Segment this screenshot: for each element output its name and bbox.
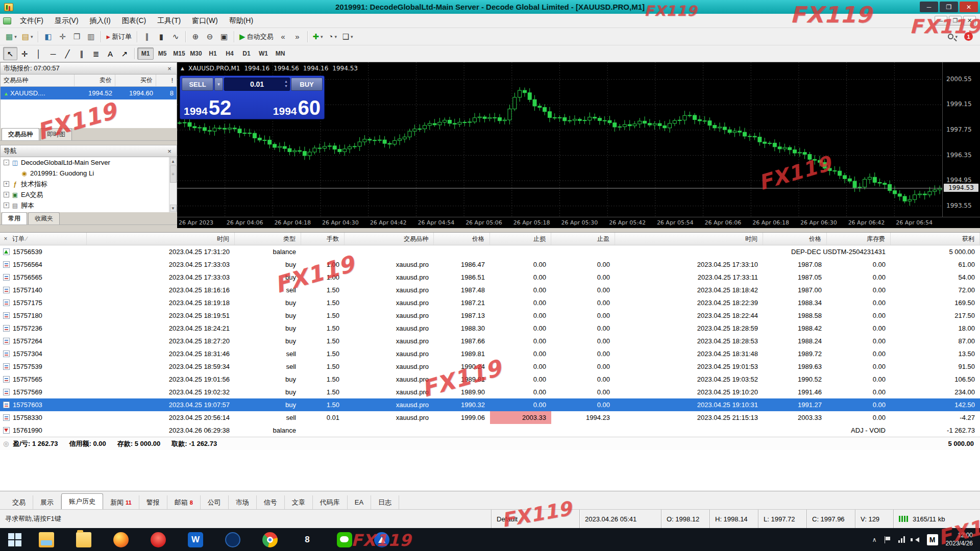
market-watch-tab[interactable]: 交易品种 bbox=[2, 128, 39, 140]
orders-column-10[interactable]: 库存费 bbox=[827, 233, 891, 245]
tab-experts[interactable]: EA bbox=[348, 495, 371, 509]
taskbar-word-button[interactable]: W bbox=[181, 528, 210, 551]
order-row[interactable]: 157571752023.04.25 18:19:18buy1.50xauusd… bbox=[0, 296, 980, 309]
volume-spinner[interactable]: ▲▼ bbox=[284, 79, 288, 88]
menu-item-4[interactable]: 工具(T) bbox=[152, 14, 186, 28]
timeframe-m1-button[interactable]: M1 bbox=[137, 47, 154, 60]
mdi-close-button[interactable]: ✕ bbox=[963, 16, 976, 26]
time-axis[interactable]: 26 Apr 202326 Apr 04:0626 Apr 04:1826 Ap… bbox=[177, 217, 980, 228]
tool-horizontal-line-button[interactable]: ─ bbox=[46, 47, 60, 60]
taskbar-start-button[interactable] bbox=[0, 528, 30, 551]
expander-plus-icon[interactable]: + bbox=[4, 203, 9, 208]
orders-column-4[interactable]: 交易品种 bbox=[345, 233, 434, 245]
tool-cursor-button[interactable]: ↖ bbox=[3, 47, 17, 60]
toolbar-profiles-button[interactable]: ▤▾ bbox=[19, 30, 36, 43]
order-row[interactable]: 157583302023.04.25 20:56:14sell0.01xauus… bbox=[0, 411, 980, 424]
toolbar-candle-chart-button[interactable]: ▮ bbox=[154, 30, 168, 43]
sell-button[interactable]: SELL bbox=[182, 78, 213, 91]
minimize-button[interactable]: ─ bbox=[920, 2, 938, 12]
taskbar-futu-button[interactable] bbox=[367, 528, 397, 551]
restore-button[interactable]: ❐ bbox=[940, 2, 958, 12]
toolbar-navigator-toggle-button[interactable]: ❐ bbox=[69, 30, 84, 43]
collapse-icon[interactable]: ▲ bbox=[181, 66, 184, 71]
taskbar-phoenix-button[interactable] bbox=[143, 528, 173, 551]
spin-up-icon[interactable]: ▲ bbox=[284, 79, 288, 84]
tab-signals[interactable]: 信号 bbox=[257, 495, 285, 509]
orders-column-5[interactable]: 价格 bbox=[434, 233, 490, 245]
nav-item-0[interactable]: -◫DecodeGlobalLtd-Main Server bbox=[1, 157, 177, 168]
order-row[interactable]: 157565392023.04.25 17:31:20balanceDEP-DE… bbox=[0, 245, 980, 258]
tool-text-button[interactable]: A bbox=[103, 47, 117, 60]
taskbar-wechat-button[interactable] bbox=[330, 528, 359, 551]
toolbar-data-window-button[interactable]: ✛ bbox=[55, 30, 69, 43]
toolbar-new-order-button[interactable]: ▸新订单 bbox=[104, 30, 134, 43]
expander-minus-icon[interactable]: - bbox=[4, 160, 9, 165]
tool-vertical-line-button[interactable]: │ bbox=[32, 47, 46, 60]
tab-alerts[interactable]: 警报 bbox=[139, 495, 167, 509]
tab-company[interactable]: 公司 bbox=[201, 495, 229, 509]
toolbar-chart-shift-button[interactable]: « bbox=[276, 30, 290, 43]
order-row[interactable]: 157572362023.04.25 18:24:21buy1.50xauusd… bbox=[0, 322, 980, 335]
taskbar-app-dark-button[interactable] bbox=[218, 528, 248, 551]
nav-item-2[interactable]: +ƒ技术指标 bbox=[1, 179, 177, 189]
toolbar-auto-scroll-button[interactable]: » bbox=[290, 30, 305, 43]
action-center-icon[interactable] bbox=[885, 536, 891, 543]
nav-item-3[interactable]: +▣EA交易 bbox=[1, 189, 177, 200]
scroll-down-icon[interactable]: ▼ bbox=[170, 205, 177, 212]
notification-badge[interactable]: 1 bbox=[964, 32, 973, 41]
orders-column-2[interactable]: 类型 bbox=[235, 233, 301, 245]
toolbox-close-icon[interactable]: × bbox=[2, 235, 10, 243]
tab-journal[interactable]: 日志 bbox=[371, 495, 399, 509]
buy-button[interactable]: BUY bbox=[291, 78, 323, 91]
nav-item-1[interactable]: ◉2019991: Guodong Li bbox=[1, 168, 177, 179]
timeframe-h1-button[interactable]: H1 bbox=[205, 47, 221, 60]
orders-column-9[interactable]: 价格 bbox=[763, 233, 827, 245]
taskbar-clock[interactable]: 12:00 2023/4/26 bbox=[946, 532, 973, 547]
toolbar-indicators-button[interactable]: ✚▾ bbox=[310, 30, 326, 43]
tab-mailbox[interactable]: 邮箱8 bbox=[167, 495, 201, 509]
order-row[interactable]: 157571802023.04.25 18:19:51buy1.50xauusd… bbox=[0, 309, 980, 322]
taskbar-explorer-button[interactable] bbox=[32, 528, 61, 551]
tool-fibonacci-button[interactable]: ≣ bbox=[89, 47, 103, 60]
orders-column-11[interactable]: 获利 bbox=[891, 233, 980, 245]
timeframe-m30-button[interactable]: M30 bbox=[188, 47, 204, 60]
market-watch-close-icon[interactable]: × bbox=[165, 64, 174, 72]
tab-exposure[interactable]: 展示 bbox=[33, 495, 61, 509]
tool-crosshair-button[interactable]: ✛ bbox=[17, 47, 32, 60]
nav-item-4[interactable]: +▤脚本 bbox=[1, 200, 177, 211]
toolbar-tile-windows-button[interactable]: ▣ bbox=[217, 30, 231, 43]
orders-column-6[interactable]: 止损 bbox=[490, 233, 551, 245]
navigator-scrollbar[interactable]: ▲ ≡ ▼ bbox=[169, 157, 177, 212]
toolbar-zoom-in-button[interactable]: ⊕ bbox=[188, 30, 203, 43]
mw-column-0[interactable]: 交易品种 bbox=[1, 74, 75, 86]
network-icon[interactable] bbox=[898, 536, 905, 543]
status-profile[interactable]: Default bbox=[491, 510, 579, 528]
spin-down-icon[interactable]: ▼ bbox=[284, 84, 288, 88]
order-row[interactable]: 157575692023.04.25 19:02:32buy1.50xauusd… bbox=[0, 386, 980, 398]
tab-news[interactable]: 新闻11 bbox=[103, 495, 139, 509]
menu-item-5[interactable]: 窗口(W) bbox=[186, 14, 224, 28]
order-row[interactable]: 157575652023.04.25 19:01:56buy1.50xauusd… bbox=[0, 373, 980, 386]
orders-column-0[interactable]: 订单 ∕ bbox=[0, 233, 87, 245]
tool-channel-button[interactable]: ∥ bbox=[75, 47, 89, 60]
navigator-close-icon[interactable]: × bbox=[165, 147, 174, 155]
input-method-icon[interactable]: M bbox=[927, 534, 938, 545]
toolbar-new-chart-button[interactable]: ▦▾ bbox=[3, 30, 19, 43]
timeframe-m15-button[interactable]: M15 bbox=[171, 47, 187, 60]
toolbar-zoom-out-button[interactable]: ⊖ bbox=[203, 30, 217, 43]
order-row[interactable]: 157565652023.04.25 17:33:03buy1.00xauusd… bbox=[0, 271, 980, 284]
price-scale[interactable]: 2000.551999.151997.751996.351994.951993.… bbox=[942, 62, 980, 217]
orders-column-7[interactable]: 止盈 bbox=[551, 233, 615, 245]
toolbar-templates-button[interactable]: ❑▾ bbox=[340, 30, 356, 43]
orders-column-8[interactable]: 时间 bbox=[615, 233, 763, 245]
menu-item-6[interactable]: 帮助(H) bbox=[224, 14, 259, 28]
timeframe-h4-button[interactable]: H4 bbox=[222, 47, 238, 60]
tab-articles[interactable]: 文章 bbox=[285, 495, 313, 509]
toolbar-auto-trading-button[interactable]: ▶自动交易 bbox=[237, 30, 276, 43]
tray-expand-icon[interactable]: ∧ bbox=[872, 536, 877, 543]
mw-column-2[interactable]: 买价 bbox=[115, 74, 156, 86]
timeframe-mn-button[interactable]: MN bbox=[272, 47, 288, 60]
orders-column-1[interactable]: 时间 bbox=[87, 233, 235, 245]
taskbar-folder-button[interactable] bbox=[69, 528, 99, 551]
orders-column-3[interactable]: 手数 bbox=[301, 233, 345, 245]
